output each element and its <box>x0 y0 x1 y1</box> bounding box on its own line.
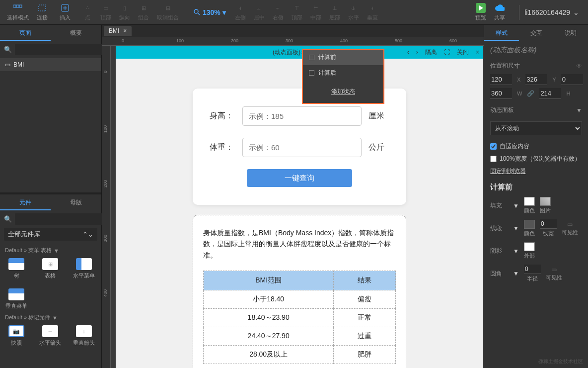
ruler-horizontal: 0100200300400500600 <box>102 37 484 46</box>
align-center-button[interactable]: ⫠居中 <box>251 2 268 22</box>
insert-button[interactable]: 插入 <box>57 2 74 22</box>
close-icon[interactable]: × <box>476 49 479 56</box>
height-unit: 厘米 <box>368 111 389 121</box>
search-icon[interactable]: 🔍 <box>4 215 12 223</box>
fill-image-swatch[interactable] <box>540 197 551 206</box>
align-v-button[interactable]: ▯纵向 <box>116 2 133 22</box>
category-markup[interactable]: Default » 标记元件 ▼ <box>0 312 101 323</box>
search-icon <box>194 9 201 16</box>
right-panel: 样式 交互 说明 (动态面板名称) 位置和尺寸👁 X Y ° W 🔗 H 动态面… <box>484 25 588 368</box>
weight-input[interactable] <box>242 138 362 157</box>
align-left-button[interactable]: ⫞左侧 <box>232 2 249 22</box>
select-mode-button[interactable]: 选择模式 <box>4 2 32 22</box>
align-m-button[interactable]: ⊢中部 <box>307 2 324 22</box>
table-row: 18.40～23.90正常 <box>204 309 396 327</box>
svg-rect-3 <box>39 5 46 11</box>
svg-rect-0 <box>13 5 16 7</box>
preview-button[interactable]: 预览 <box>472 2 489 22</box>
widget-vmenu[interactable]: 垂直菜单 <box>4 288 29 310</box>
widget-varrow[interactable]: ↓垂直箭头 <box>72 325 96 347</box>
group-button[interactable]: ⊞组合 <box>135 2 152 22</box>
border-visibility-icon[interactable]: ▭ <box>567 221 573 228</box>
add-state-button[interactable]: 添加状态 <box>303 81 383 103</box>
canvas-tab-bmi[interactable]: BMI × <box>104 26 132 36</box>
align-right-button[interactable]: ⫟右侧 <box>270 2 287 22</box>
align-top-button[interactable]: ▭顶部 <box>97 2 114 22</box>
widget-tree[interactable]: 树 <box>4 258 29 279</box>
cloud-icon <box>495 3 505 13</box>
tab-outline[interactable]: 概要 <box>51 25 101 41</box>
chevron-down-icon: ⌄ <box>573 8 579 16</box>
radius-visibility-icon[interactable]: ▭ <box>551 266 557 273</box>
page-item-bmi[interactable]: ▭ BMI <box>0 58 101 71</box>
visibility-icon[interactable]: 👁 <box>576 63 582 70</box>
state-item-after[interactable]: 计算后 <box>303 65 383 81</box>
panel-name-input[interactable]: (动态面板名称) <box>490 46 582 55</box>
tab-interact[interactable]: 交互 <box>519 25 554 41</box>
artboard[interactable]: 身高： 厘米 体重： 公斤 一键查询 身体质量指数，是BMI（Body Mass… <box>116 59 483 368</box>
connect-icon <box>37 3 47 13</box>
dynamic-panel-bar: (动态面板): 计算前 ▾ ‹ › 隔离 ⛶ 关闭 × <box>116 46 483 59</box>
share-button[interactable]: 共享 <box>491 2 508 22</box>
top-toolbar: 选择模式 连接 插入 ∴点 ▭顶部 ▯纵向 ⊞组合 ⊟取消组合 130% ▾ ⫞… <box>0 0 588 25</box>
radius-input[interactable] <box>524 265 541 274</box>
align-t-button[interactable]: ⊤顶部 <box>289 2 305 22</box>
isolate-button[interactable]: 隔离 <box>425 48 437 57</box>
query-button[interactable]: 一键查询 <box>247 169 352 187</box>
close-button[interactable]: 关闭 <box>457 48 469 57</box>
close-icon[interactable]: × <box>123 27 127 34</box>
library-select[interactable]: 全部元件库 ⌃⌄ <box>4 228 97 241</box>
next-state-icon[interactable]: › <box>416 49 418 56</box>
height-label: 身高： <box>210 111 235 121</box>
search-icon[interactable]: 🔍 <box>4 46 12 53</box>
y-input[interactable] <box>525 74 547 85</box>
state-title: 计算前 <box>490 183 582 192</box>
h-input[interactable] <box>539 88 561 99</box>
widget-hmenu[interactable]: 水平菜单 <box>72 258 96 279</box>
state-item-before[interactable]: 计算前 <box>303 50 383 65</box>
pin-browser-link[interactable]: 固定到浏览器 <box>490 167 582 176</box>
zoom-control[interactable]: 130% ▾ <box>194 8 226 16</box>
dist-v-button[interactable]: ⫞垂直 <box>364 2 381 22</box>
connect-button[interactable]: 连接 <box>34 2 51 22</box>
tab-pages[interactable]: 页面 <box>0 25 51 41</box>
border-color-swatch[interactable] <box>524 220 535 229</box>
height-input[interactable] <box>242 106 362 126</box>
align-b-button[interactable]: ⊥底部 <box>326 2 343 22</box>
category-menu-table[interactable]: Default » 菜单|表格 ▼ <box>0 245 101 256</box>
tab-style[interactable]: 样式 <box>484 25 519 41</box>
svg-point-5 <box>194 9 198 13</box>
widget-harrow[interactable]: →水平箭头 <box>38 325 63 347</box>
lock-aspect-icon[interactable]: 🔗 <box>527 90 534 97</box>
border-width-input[interactable] <box>540 219 557 229</box>
chevron-down-icon: ▾ <box>222 8 226 16</box>
maximize-icon[interactable]: ⛶ <box>444 49 450 56</box>
x-input[interactable] <box>490 74 512 85</box>
ungroup-button[interactable]: ⊟取消组合 <box>154 2 182 22</box>
fit-content-check[interactable]: 自适应内容 <box>490 142 582 151</box>
canvas-area: BMI × 0100200300400500600 0100200300400 … <box>102 25 484 368</box>
select-icon <box>13 3 23 13</box>
rotation-input[interactable] <box>561 74 583 85</box>
dist-h-button[interactable]: ⫝水平 <box>345 2 362 22</box>
tab-masters[interactable]: 母版 <box>51 194 101 210</box>
shadow-swatch[interactable] <box>524 242 535 251</box>
scroll-select[interactable]: 从不滚动 <box>490 121 582 135</box>
widget-snapshot[interactable]: 📷快照 <box>4 325 29 347</box>
page-search-input[interactable] <box>15 44 103 55</box>
fill-color-swatch[interactable] <box>524 197 535 206</box>
tab-notes[interactable]: 说明 <box>553 25 588 41</box>
widget-table[interactable]: ⊞表格 <box>38 258 63 279</box>
prev-state-icon[interactable]: ‹ <box>407 49 409 56</box>
table-row: 28.00及以上肥胖 <box>204 346 396 364</box>
left-panel: 页面 概要 🔍 ⊞ 📁 ▭ BMI 元件 母版 🔍 + ↻ ⋮ <box>0 25 102 368</box>
widget-search-input[interactable] <box>15 213 103 225</box>
weight-unit: 公斤 <box>368 142 389 153</box>
w-input[interactable] <box>490 88 512 99</box>
user-menu[interactable]: li16620164429 ⌄ <box>524 8 584 16</box>
page-icon: ▭ <box>5 61 10 68</box>
full-width-check[interactable]: 100%宽度（仅浏览器中有效） <box>490 155 582 163</box>
table-row: 24.40～27.90过重 <box>204 327 396 346</box>
point-button[interactable]: ∴点 <box>79 2 95 22</box>
tab-widgets[interactable]: 元件 <box>0 194 51 210</box>
